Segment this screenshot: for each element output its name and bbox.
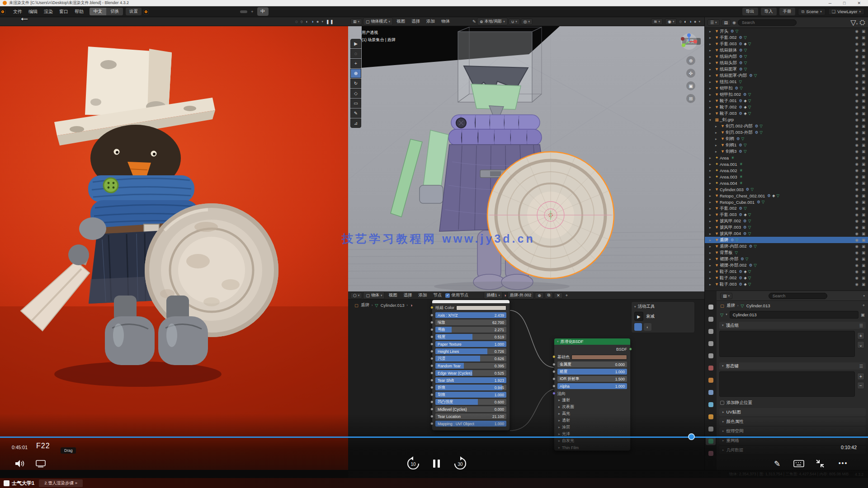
transform-orientation-dropdown[interactable]: ⊕ 本地/局部▾ — [477, 18, 508, 25]
workspace-tab[interactable] — [211, 10, 218, 13]
disable-render-icon[interactable]: ▣ — [862, 155, 865, 160]
group-slider-row[interactable]: 缩放62.700 — [435, 319, 506, 325]
expand-icon[interactable] — [709, 74, 714, 78]
properties-search-input[interactable] — [769, 293, 827, 299]
outliner-row[interactable]: 铠甲扣.002 ◉ ▣ — [705, 91, 868, 98]
group-slider-row[interactable]: 凹凸强度0.600 — [435, 399, 506, 405]
socket-normal[interactable] — [552, 392, 556, 395]
hide-eye-icon[interactable]: ◉ — [855, 42, 859, 46]
settings-button[interactable]: 设置 — [126, 8, 142, 15]
disable-render-icon[interactable]: ▣ — [862, 48, 865, 52]
menu-render[interactable]: 渲染 — [41, 9, 56, 15]
shading-material-icon[interactable]: ◑ — [689, 19, 692, 24]
expand-icon[interactable] — [709, 80, 714, 84]
minimize-button[interactable]: ─ — [829, 1, 831, 5]
editor-type-button[interactable]: ⬡▾ — [350, 292, 362, 299]
language-toggle[interactable]: 中文 切换 — [90, 8, 123, 15]
viewport-menu-view[interactable]: 视图 — [394, 19, 408, 24]
taskbar-window-button[interactable]: 2.雪人渲染步骤 » — [39, 479, 83, 487]
outliner-row[interactable]: 背景板 ◉ ▣ — [705, 249, 868, 256]
bsdf-section-row[interactable]: ▸透射 — [554, 417, 630, 424]
viewport-tool-button[interactable]: ↻ — [350, 79, 361, 88]
hide-eye-icon[interactable]: ◉ — [855, 257, 859, 261]
outliner-row[interactable]: 铠甲扣 ◉ ▣ — [705, 85, 868, 91]
outliner-row[interactable]: 披风甲.003 ◉ ▣ — [705, 224, 868, 230]
camera-view-icon[interactable]: ▣ — [686, 81, 695, 90]
disable-render-icon[interactable]: ▣ — [862, 105, 865, 109]
hide-eye-icon[interactable]: ◉ — [855, 105, 859, 109]
disable-render-icon[interactable]: ▣ — [862, 219, 865, 223]
mode-dropdown[interactable]: ▢ 物体模式▾ — [363, 18, 393, 25]
expand-icon[interactable] — [709, 99, 714, 103]
bsdf-section-row[interactable]: ▸次表面 — [554, 404, 630, 410]
expand-icon[interactable] — [709, 194, 714, 198]
viewport-tool-button[interactable]: ✎ — [350, 108, 361, 118]
disable-render-icon[interactable]: ▣ — [862, 136, 865, 141]
shading-solid-icon[interactable]: ◐ — [306, 19, 308, 24]
group-slider-row[interactable]: Height Lines0.726 — [435, 348, 506, 354]
disable-render-icon[interactable]: ▣ — [862, 80, 865, 84]
bsdf-slider-row[interactable]: 金属度0.000 — [557, 361, 627, 367]
outliner-row[interactable]: Area ◉ ▣ — [705, 155, 868, 161]
vertex-group-menu-button[interactable]: ⌄ — [857, 341, 864, 348]
hide-eye-icon[interactable]: ◉ — [855, 219, 859, 223]
disable-render-icon[interactable]: ▣ — [862, 225, 865, 230]
hide-eye-icon[interactable]: ◉ — [855, 282, 859, 286]
expand-icon[interactable] — [709, 181, 714, 185]
hide-eye-icon[interactable]: ◉ — [855, 200, 859, 204]
expand-icon[interactable] — [709, 118, 714, 122]
outliner-row[interactable]: 剑柄 ◉ ▣ — [705, 136, 868, 142]
properties-tab[interactable] — [706, 339, 716, 347]
brand-logo[interactable]: 士气大学1 — [4, 480, 34, 487]
bsdf-section-row[interactable]: ▸漫射 — [554, 397, 630, 404]
shading-wireframe-icon[interactable]: ○ — [679, 19, 682, 24]
annotate-icon[interactable]: ✎ — [472, 19, 476, 24]
navigation-gizmo[interactable] — [680, 33, 698, 51]
properties-tab[interactable] — [706, 315, 716, 323]
pin-icon[interactable]: ⌖ — [863, 303, 865, 308]
outliner-row[interactable]: Retopo_Chest_002.001 ◉ ▣ — [705, 192, 868, 199]
hide-eye-icon[interactable]: ◉ — [855, 231, 859, 236]
expand-icon[interactable] — [715, 150, 720, 154]
group-color-input[interactable]: 纸箱 Color — [435, 305, 506, 311]
copy-material-button[interactable]: ⧉ — [545, 292, 553, 299]
disable-render-icon[interactable]: ▣ — [862, 54, 865, 59]
falloff-option-active[interactable] — [634, 323, 642, 331]
note-pencil-button[interactable]: ✎ — [771, 458, 783, 469]
expand-icon[interactable] — [715, 143, 720, 147]
collapsed-panel-row[interactable]: ▸颜色属性 — [719, 418, 866, 426]
outliner-row[interactable]: Area.001 ◉ ▣ — [705, 161, 868, 167]
outliner-row[interactable]: 披风甲.004 ◉ ▣ — [705, 230, 868, 237]
expand-icon[interactable] — [709, 156, 714, 160]
group-slider-row[interactable]: Tear Location21.100 — [435, 413, 506, 419]
hide-eye-icon[interactable]: ◉ — [855, 162, 859, 166]
socket-bsdf-output[interactable] — [629, 347, 632, 351]
properties-tab[interactable] — [706, 364, 716, 372]
bsdf-section-row[interactable]: ▸自发光 — [554, 437, 630, 444]
group-slider-row[interactable]: Paper Texture1.000 — [435, 341, 506, 347]
active-tool-title-row[interactable]: ▾活动工具 — [634, 304, 692, 310]
disable-render-icon[interactable]: ▣ — [862, 124, 865, 128]
properties-tab[interactable] — [706, 327, 716, 335]
disable-render-icon[interactable]: ▣ — [862, 162, 865, 166]
pause-preview-icon[interactable]: ❚❚ — [326, 19, 334, 24]
cardboard-group-node[interactable]: 纸箱 Color Axis : X/Y/Z2.439 缩放62.700 弯曲2.… — [432, 300, 510, 431]
outliner-row[interactable]: 手套.003 ◉ ▣ — [705, 211, 868, 218]
shader-menu-node[interactable]: 节点 — [430, 292, 444, 298]
outliner-row[interactable]: 剑柄3 ◉ ▣ — [705, 148, 868, 155]
group-slider-row[interactable]: 污渍0.626 — [435, 356, 506, 361]
socket-value[interactable] — [430, 357, 434, 360]
hide-eye-icon[interactable]: ◉ — [855, 29, 859, 33]
language-current[interactable]: 中文 — [90, 8, 106, 15]
new-material-button[interactable]: ⊕ — [535, 292, 544, 299]
socket-value[interactable] — [430, 343, 434, 346]
socket-value[interactable] — [430, 408, 434, 411]
expand-icon[interactable] — [709, 213, 714, 217]
properties-options-icon[interactable]: ▾ — [863, 294, 865, 298]
group-slider-row[interactable]: Mapping : UV/ Object1.000 — [435, 421, 506, 427]
disable-render-icon[interactable]: ▣ — [862, 99, 865, 103]
outliner-row[interactable]: 靴子.003 ◉ ▣ — [705, 110, 868, 117]
properties-tab[interactable] — [706, 413, 716, 421]
outliner-row[interactable]: 纸箱内部 ◉ ▣ — [705, 53, 868, 60]
disable-render-icon[interactable]: ▣ — [862, 181, 865, 185]
